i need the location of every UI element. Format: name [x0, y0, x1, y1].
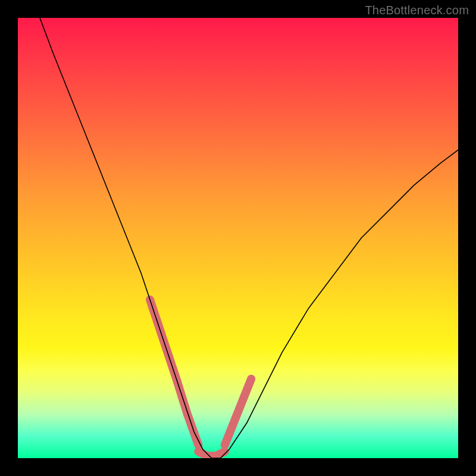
chart-area: [18, 18, 458, 458]
watermark-text: TheBottleneck.com: [365, 4, 469, 17]
highlight-bottom: [198, 452, 224, 456]
highlight-right: [225, 379, 251, 445]
chart-svg: [18, 18, 458, 458]
